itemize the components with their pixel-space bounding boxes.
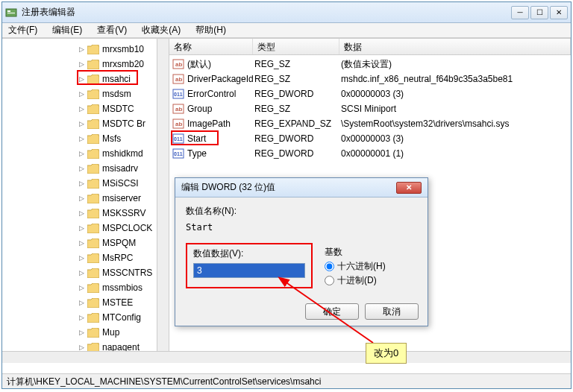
svg-text:011: 011 bbox=[174, 92, 183, 97]
expander-icon[interactable]: ▷ bbox=[77, 298, 86, 307]
value-name-label: 数值名称(N): bbox=[186, 205, 417, 218]
close-button[interactable]: ✕ bbox=[550, 6, 568, 19]
tree-label: MSPCLOCK bbox=[102, 223, 152, 233]
cell-type: REG_DWORD bbox=[254, 148, 341, 159]
dialog-titlebar[interactable]: 编辑 DWORD (32 位)值 ✕ bbox=[175, 178, 428, 197]
menu-file[interactable]: 文件(F) bbox=[5, 22, 40, 38]
tree-label: Mup bbox=[102, 327, 119, 338]
expander-icon[interactable]: ▷ bbox=[77, 149, 86, 158]
tree-item-mshidkmd[interactable]: ▷mshidkmd bbox=[5, 146, 157, 161]
tree-item-mrxsmb10[interactable]: ▷mrxsmb10 bbox=[5, 42, 157, 57]
expander-icon[interactable]: ▷ bbox=[77, 283, 86, 292]
tree-item-msisadrv[interactable]: ▷msisadrv bbox=[5, 161, 157, 176]
list-row[interactable]: 011StartREG_DWORD0x00000003 (3) bbox=[169, 131, 571, 146]
annotation-callout: 改为0 bbox=[366, 343, 407, 364]
expander-icon[interactable]: ▷ bbox=[77, 134, 86, 143]
cell-data: 0x00000003 (3) bbox=[341, 89, 568, 99]
tree-item-napagent[interactable]: ▷napagent bbox=[5, 340, 157, 351]
list-row[interactable]: ab(默认)REG_SZ(数值未设置) bbox=[169, 57, 571, 72]
tree-label: MSTEE bbox=[102, 297, 133, 308]
titlebar[interactable]: 注册表编辑器 ─ ☐ ✕ bbox=[2, 2, 571, 23]
tree-item-mrxsmb20[interactable]: ▷mrxsmb20 bbox=[5, 57, 157, 72]
tree-item-msiserver[interactable]: ▷msiserver bbox=[5, 191, 157, 206]
menu-favorites[interactable]: 收藏夹(A) bbox=[139, 22, 184, 38]
list-row[interactable]: abGroupREG_SZSCSI Miniport bbox=[169, 101, 571, 116]
tree-label: mrxsmb10 bbox=[102, 44, 144, 54]
cell-data: (数值未设置) bbox=[341, 58, 568, 71]
cell-type: REG_SZ bbox=[254, 59, 341, 69]
expander-icon[interactable]: ▷ bbox=[77, 179, 86, 188]
annotation-text: 改为0 bbox=[366, 343, 407, 364]
base-label: 基数 bbox=[325, 246, 417, 259]
expander-icon[interactable]: ▷ bbox=[77, 60, 86, 69]
menu-help[interactable]: 帮助(H) bbox=[192, 22, 229, 38]
expander-icon[interactable]: ▷ bbox=[77, 119, 86, 128]
tree-scrollbar[interactable] bbox=[157, 39, 169, 351]
expander-icon[interactable]: ▷ bbox=[77, 343, 86, 351]
list-row[interactable]: 011ErrorControlREG_DWORD0x00000003 (3) bbox=[169, 86, 571, 101]
expander-icon[interactable]: ▷ bbox=[77, 268, 86, 277]
list-row[interactable]: 011TypeREG_DWORD0x00000001 (1) bbox=[169, 146, 571, 161]
expander-icon[interactable]: ▷ bbox=[77, 238, 86, 247]
maximize-button[interactable]: ☐ bbox=[530, 6, 548, 19]
tree-label: MSSCNTRS bbox=[102, 268, 152, 278]
svg-rect-1 bbox=[7, 10, 10, 12]
tree-item-msdtc[interactable]: ▷MSDTC bbox=[5, 101, 157, 116]
tree-item-msahci[interactable]: ▷msahci bbox=[5, 72, 157, 86]
tree-label: msiserver bbox=[102, 193, 141, 203]
tree-label: mshidkmd bbox=[102, 148, 143, 159]
cell-name: Group bbox=[187, 104, 254, 114]
expander-icon[interactable]: ▷ bbox=[77, 209, 86, 218]
expander-icon[interactable]: ▷ bbox=[77, 164, 86, 173]
expander-icon[interactable]: ▷ bbox=[77, 253, 86, 262]
column-name[interactable]: 名称 bbox=[169, 39, 253, 54]
expander-icon[interactable]: ▷ bbox=[77, 194, 86, 203]
value-name-text: Start bbox=[186, 221, 417, 234]
tree-item-msfs[interactable]: ▷Msfs bbox=[5, 131, 157, 146]
list-row[interactable]: abDriverPackageIdREG_SZmshdc.inf_x86_neu… bbox=[169, 72, 571, 86]
cell-data: 0x00000001 (1) bbox=[341, 148, 568, 159]
radio-hex[interactable]: 十六进制(H) bbox=[325, 260, 417, 273]
tree-item-mup[interactable]: ▷Mup bbox=[5, 325, 157, 340]
statusbar: 计算机\HKEY_LOCAL_MACHINE\SYSTEM\CurrentCon… bbox=[2, 373, 571, 388]
tree-item-mspclock[interactable]: ▷MSPCLOCK bbox=[5, 221, 157, 235]
dialog-title: 编辑 DWORD (32 位)值 bbox=[181, 181, 275, 194]
menubar: 文件(F) 编辑(E) 查看(V) 收藏夹(A) 帮助(H) bbox=[2, 23, 571, 38]
expander-icon[interactable]: ▷ bbox=[77, 328, 86, 337]
svg-text:ab: ab bbox=[175, 61, 182, 68]
radio-hex-input[interactable] bbox=[325, 262, 334, 271]
annotation-arrow bbox=[276, 276, 381, 350]
menu-view[interactable]: 查看(V) bbox=[94, 22, 130, 38]
tree-label: Msfs bbox=[102, 133, 121, 144]
tree-label: msisadrv bbox=[102, 163, 138, 174]
dialog-close-button[interactable]: ✕ bbox=[396, 182, 422, 194]
svg-line-17 bbox=[285, 282, 373, 343]
app-icon bbox=[5, 7, 17, 19]
cell-data: \SystemRoot\system32\drivers\msahci.sys bbox=[341, 118, 568, 129]
expander-icon[interactable]: ▷ bbox=[77, 45, 86, 54]
column-type[interactable]: 类型 bbox=[253, 39, 339, 54]
column-data[interactable]: 数据 bbox=[339, 39, 571, 54]
expander-icon[interactable]: ▷ bbox=[77, 224, 86, 233]
menu-edit[interactable]: 编辑(E) bbox=[49, 22, 85, 38]
window-title: 注册表编辑器 bbox=[22, 6, 511, 19]
tree-label: MSKSSRV bbox=[102, 208, 145, 218]
tree-item-msscntrs[interactable]: ▷MSSCNTRS bbox=[5, 265, 157, 280]
tree-item-mstee[interactable]: ▷MSTEE bbox=[5, 295, 157, 310]
horizontal-scrollbar[interactable] bbox=[2, 351, 571, 363]
tree-item-msdsm[interactable]: ▷msdsm bbox=[5, 86, 157, 101]
expander-icon[interactable]: ▷ bbox=[77, 75, 86, 83]
tree-item-mspqm[interactable]: ▷MSPQM bbox=[5, 235, 157, 250]
expander-icon[interactable]: ▷ bbox=[77, 89, 86, 98]
tree-item-mskssrv[interactable]: ▷MSKSSRV bbox=[5, 206, 157, 221]
expander-icon[interactable]: ▷ bbox=[77, 313, 86, 322]
minimize-button[interactable]: ─ bbox=[511, 6, 529, 19]
tree-label: napagent bbox=[102, 342, 140, 351]
tree-item-mssmbios[interactable]: ▷mssmbios bbox=[5, 280, 157, 295]
tree-item-msrpc[interactable]: ▷MsRPC bbox=[5, 250, 157, 265]
expander-icon[interactable]: ▷ bbox=[77, 104, 86, 113]
tree-item-mtconfig[interactable]: ▷MTConfig bbox=[5, 310, 157, 325]
tree-item-msdtc br[interactable]: ▷MSDTC Br bbox=[5, 116, 157, 131]
list-row[interactable]: abImagePathREG_EXPAND_SZ\SystemRoot\syst… bbox=[169, 116, 571, 131]
tree-item-msiscsi[interactable]: ▷MSiSCSI bbox=[5, 176, 157, 191]
